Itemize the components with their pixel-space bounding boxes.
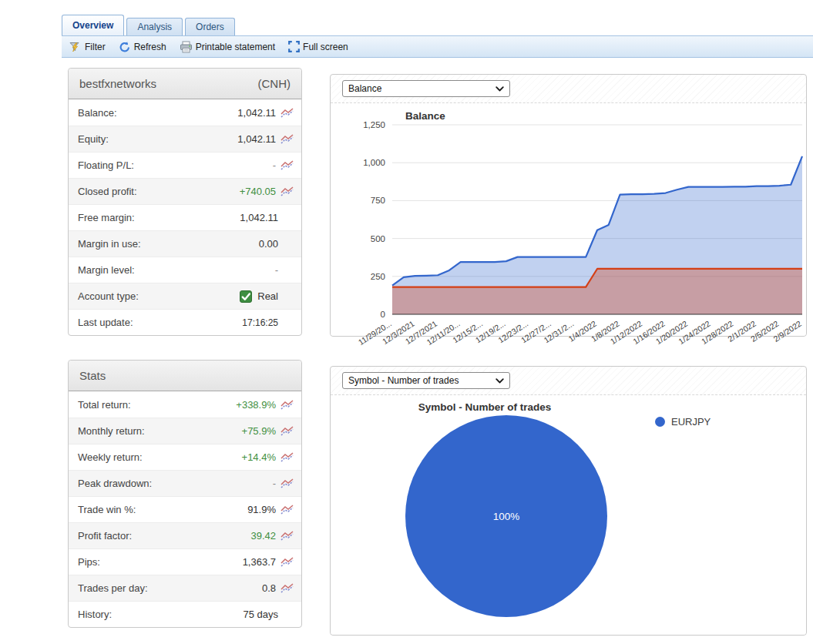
mini-chart-icon[interactable] [281, 108, 294, 118]
row-right: 1,042.11 [237, 107, 294, 119]
mini-chart-icon[interactable] [281, 557, 294, 567]
toolbar-label: Printable statement [196, 42, 275, 52]
row-label: Free margin: [78, 212, 135, 223]
balance-chart-dropdown[interactable]: Balance [342, 80, 510, 97]
balance-chart-panel: Balance 02505007501,0001,25011/29/20...1… [330, 74, 807, 337]
pie-slice-eurjpy[interactable]: 100% [405, 415, 607, 617]
row-label: Profit factor: [78, 530, 132, 542]
row-value: 39.42 [250, 530, 276, 542]
row-label: Floating P/L: [78, 159, 134, 171]
row-right: 39.42 [250, 530, 294, 542]
tab-analysis[interactable]: Analysis [126, 18, 183, 35]
legend-label: EURJPY [671, 416, 711, 428]
table-row-margin-in-use: Margin in use:0.00 [69, 230, 301, 257]
row-value: 91.9% [247, 504, 276, 515]
row-value: 0.8 [262, 582, 276, 594]
symbol-select-row: Symbol - Number of trades [331, 367, 806, 395]
mini-chart-icon[interactable] [281, 186, 294, 196]
account-name: bestfxnetworks [79, 77, 156, 90]
symbol-chart-dropdown[interactable]: Symbol - Number of trades [342, 372, 510, 389]
row-right: +75.9% [242, 425, 294, 437]
row-label: History: [78, 609, 112, 620]
row-label: Closed profit: [78, 186, 137, 197]
row-value: +14.4% [242, 451, 276, 463]
row-right: - [275, 264, 294, 276]
balance-dropdown-value: Balance [348, 83, 381, 94]
row-right: - [273, 159, 294, 171]
tab-orders[interactable]: Orders [185, 18, 235, 35]
toolbar-refresh-button[interactable]: Refresh [119, 41, 166, 53]
mini-chart-icon[interactable] [281, 478, 294, 488]
pie-slice-label: 100% [493, 511, 520, 522]
printer-icon [180, 41, 193, 53]
table-row-total-return: Total return:+338.9% [69, 391, 301, 418]
toolbar-printable-statement-button[interactable]: Printable statement [180, 41, 275, 53]
mini-chart-icon[interactable] [281, 400, 294, 410]
table-row-equity: Equity:1,042.11 [69, 126, 301, 152]
row-right: 1,042.11 [240, 212, 294, 223]
symbol-chart-area: Symbol - Number of trades 100% EURJPY [331, 395, 806, 635]
row-label: Equity: [78, 133, 109, 145]
row-label: Trade win %: [78, 504, 136, 515]
row-value: 1,042.11 [237, 107, 276, 119]
row-right: 17:16:25 [242, 317, 294, 328]
symbol-dropdown-value: Symbol - Number of trades [348, 375, 459, 386]
row-label: Margin level: [78, 264, 135, 276]
mini-chart-icon[interactable] [281, 505, 294, 515]
row-value: - [273, 159, 276, 171]
row-right: +740.05 [240, 186, 294, 197]
stats-panel-header: Stats [69, 361, 301, 391]
mini-chart-icon[interactable] [281, 583, 294, 593]
page: OverviewAnalysisOrders FilterRefreshPrin… [0, 0, 813, 644]
table-row-weekly-return: Weekly return:+14.4% [69, 444, 301, 470]
account-panel-header: bestfxnetworks (CNH) [69, 69, 301, 99]
mini-chart-icon[interactable] [281, 452, 294, 462]
mini-chart-icon[interactable] [281, 426, 294, 436]
row-value: 75 days [243, 609, 278, 620]
table-row-trades-per-day: Trades per day:0.8 [69, 575, 301, 601]
line-chart-title: Balance [405, 110, 445, 122]
table-row-trade-win: Trade win %:91.9% [69, 496, 301, 522]
toolbar-label: Filter [85, 42, 106, 52]
toolbar-label: Full screen [303, 42, 348, 52]
row-right: +14.4% [242, 451, 294, 463]
tab-overview[interactable]: Overview [62, 15, 124, 35]
balance-select-row: Balance [331, 75, 806, 103]
y-axis-tick-label: 250 [371, 272, 385, 281]
row-right: 1,363.7 [243, 556, 294, 568]
table-row-free-margin: Free margin:1,042.11 [69, 204, 301, 230]
table-row-pips: Pips:1,363.7 [69, 548, 301, 575]
stats-panel: Stats Total return:+338.9%Monthly return… [68, 360, 302, 628]
row-label: Account type: [78, 290, 139, 302]
table-row-last-update: Last update:17:16:25 [69, 309, 301, 335]
y-axis-tick-label: 500 [371, 234, 385, 243]
toolbar-label: Refresh [134, 42, 166, 52]
mini-chart-icon[interactable] [281, 531, 294, 541]
row-label: Balance: [78, 107, 117, 119]
symbol-chart-panel: Symbol - Number of trades Symbol - Numbe… [330, 366, 807, 636]
table-row-monthly-return: Monthly return:+75.9% [69, 418, 301, 444]
chevron-down-icon [496, 83, 504, 94]
row-label: Trades per day: [78, 582, 148, 594]
row-value: 1,042.11 [240, 212, 278, 223]
refresh-icon [119, 41, 131, 53]
mini-chart-icon[interactable] [281, 134, 294, 144]
row-value: Real [257, 290, 278, 302]
row-right: 1,042.11 [237, 133, 294, 145]
account-rows: Balance:1,042.11Equity:1,042.11Floating … [69, 99, 301, 335]
row-value: 0.00 [259, 238, 278, 250]
stats-title: Stats [79, 369, 106, 382]
y-axis-tick-label: 1,250 [363, 120, 385, 129]
row-value: - [275, 264, 278, 276]
y-axis-tick-label: 0 [381, 310, 385, 319]
mini-chart-icon[interactable] [281, 160, 294, 170]
toolbar-filter-button[interactable]: Filter [69, 41, 106, 53]
table-row-account-type: Account type:Real [69, 283, 301, 309]
row-right: +338.9% [236, 399, 294, 411]
row-label: Monthly return: [78, 425, 145, 437]
toolbar-full-screen-button[interactable]: Full screen [288, 41, 348, 52]
row-label: Total return: [78, 399, 131, 411]
toolbar: FilterRefreshPrintable statementFull scr… [62, 35, 813, 58]
row-label: Margin in use: [78, 238, 141, 250]
legend-item-eurjpy[interactable]: EURJPY [655, 416, 711, 428]
